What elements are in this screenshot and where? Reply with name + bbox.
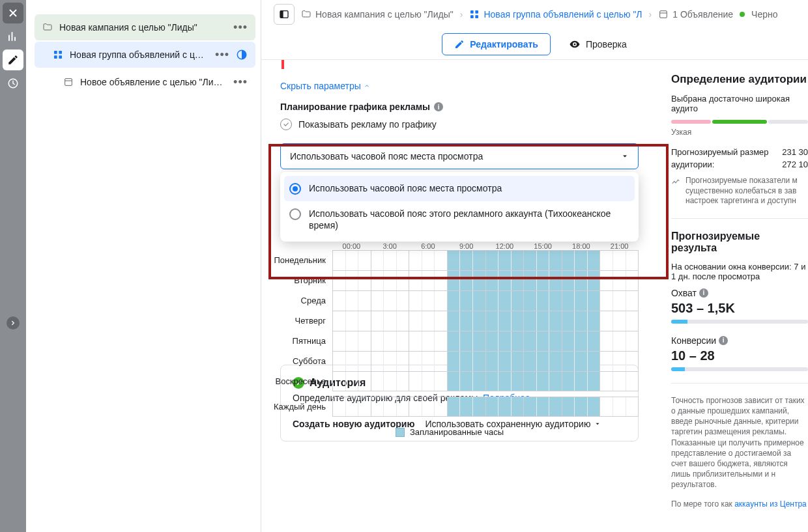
schedule-cell[interactable] [486,331,499,351]
schedule-cell[interactable] [473,352,486,371]
stats-icon[interactable] [3,26,23,47]
schedule-cell[interactable] [498,372,512,391]
tree-adset[interactable]: Новая группа объявлений с це… ••• [35,42,255,68]
edit-button[interactable]: Редактировать [442,33,551,55]
timezone-option-viewer[interactable]: Использовать часовой пояс места просмотр… [284,176,635,201]
schedule-cell[interactable] [575,311,588,331]
schedule-cell[interactable] [409,372,422,391]
schedule-cell[interactable] [575,331,588,351]
schedule-cell[interactable] [562,372,575,391]
schedule-cell[interactable] [384,271,397,290]
schedule-cell[interactable] [613,352,626,371]
schedule-cell[interactable] [600,291,613,311]
review-button[interactable]: Проверка [569,38,627,50]
schedule-cell[interactable] [562,291,575,311]
schedule-cell[interactable] [384,352,397,371]
schedule-cell[interactable] [575,271,588,290]
schedule-cell[interactable] [473,372,486,391]
schedule-cell[interactable] [409,352,422,371]
schedule-cell[interactable] [346,291,359,311]
schedule-cell[interactable] [486,372,499,391]
schedule-cell[interactable] [613,251,626,270]
schedule-cell[interactable] [512,251,525,270]
clock-icon[interactable] [3,73,23,94]
schedule-cell[interactable] [600,311,613,331]
schedule-cell[interactable] [397,311,410,331]
schedule-cell[interactable] [460,251,473,270]
schedule-cell[interactable] [422,372,435,391]
schedule-cell[interactable] [600,372,613,391]
schedule-row[interactable]: Вторник [261,270,639,290]
schedule-cell[interactable] [422,397,435,416]
schedule-cell[interactable] [435,352,448,371]
schedule-cell[interactable] [435,372,448,391]
schedule-cell[interactable] [473,291,486,311]
schedule-cell[interactable] [537,291,550,311]
schedule-cell[interactable] [524,397,537,416]
schedule-cell[interactable] [486,352,499,371]
schedule-cell[interactable] [512,331,525,351]
schedule-cell[interactable] [409,291,422,311]
schedule-cell[interactable] [358,331,371,351]
more-icon[interactable]: ••• [233,21,248,35]
schedule-cell[interactable] [384,251,397,270]
schedule-cell[interactable] [498,251,512,270]
schedule-cell[interactable] [448,352,461,371]
schedule-cell[interactable] [448,251,461,270]
schedule-cell[interactable] [486,271,499,290]
schedule-cell[interactable] [409,397,422,416]
schedule-cell[interactable] [358,271,371,290]
schedule-cell[interactable] [588,372,601,391]
schedule-cell[interactable] [537,251,550,270]
schedule-cell[interactable] [537,271,550,290]
schedule-cell[interactable] [549,352,562,371]
info-icon[interactable]: i [719,336,728,345]
schedule-cell[interactable] [371,372,384,391]
schedule-cell[interactable] [422,352,435,371]
info-icon[interactable]: i [699,288,708,298]
schedule-cell[interactable] [333,331,346,351]
schedule-cell[interactable] [613,291,626,311]
schedule-cell[interactable] [371,331,384,351]
schedule-cell[interactable] [524,311,537,331]
schedule-cell[interactable] [397,352,410,371]
schedule-cell[interactable] [460,291,473,311]
schedule-cell[interactable] [600,331,613,351]
timezone-option-account[interactable]: Использовать часовой пояс этого рекламно… [284,201,635,238]
schedule-cell[interactable] [346,352,359,371]
schedule-cell[interactable] [371,352,384,371]
schedule-cell[interactable] [333,271,346,290]
schedule-cell[interactable] [384,372,397,391]
schedule-cell[interactable] [588,251,601,270]
accounts-center-link[interactable]: аккаунты из Центра [734,499,807,509]
schedule-cell[interactable] [524,291,537,311]
schedule-cell[interactable] [371,251,384,270]
schedule-cell[interactable] [460,331,473,351]
schedule-cell[interactable] [524,352,537,371]
schedule-cell[interactable] [512,291,525,311]
schedule-cell[interactable] [524,251,537,270]
schedule-cell[interactable] [422,311,435,331]
schedule-cell[interactable] [524,372,537,391]
schedule-cell[interactable] [537,352,550,371]
schedule-cell[interactable] [346,311,359,331]
expand-rail-button[interactable] [7,316,20,329]
schedule-cell[interactable] [537,372,550,391]
close-button[interactable] [3,3,23,23]
schedule-row[interactable]: Среда [261,290,639,311]
schedule-cell[interactable] [600,397,613,416]
schedule-cell[interactable] [358,311,371,331]
schedule-cell[interactable] [626,271,639,290]
schedule-cell[interactable] [575,397,588,416]
schedule-cell[interactable] [448,372,461,391]
schedule-row[interactable]: Четверг [261,311,639,331]
schedule-cell[interactable] [435,251,448,270]
schedule-cell[interactable] [613,311,626,331]
schedule-cell[interactable] [562,271,575,290]
schedule-cell[interactable] [575,352,588,371]
schedule-cell[interactable] [448,271,461,290]
schedule-cell[interactable] [498,271,512,290]
schedule-cell[interactable] [537,397,550,416]
tree-campaign[interactable]: Новая кампания с целью "Лиды" ••• [35,14,255,40]
schedule-cell[interactable] [562,397,575,416]
